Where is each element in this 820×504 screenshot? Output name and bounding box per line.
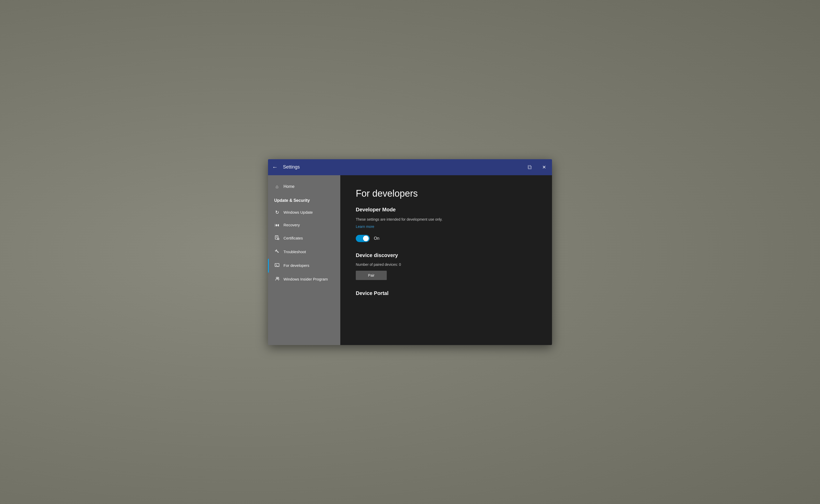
content-area: ⌂ Home Update & Security ↻ Windows Updat…: [268, 175, 552, 345]
recovery-icon: ⏮: [274, 222, 280, 228]
sidebar-label-troubleshoot: Troubleshoot: [283, 249, 306, 254]
home-icon: ⌂: [274, 184, 280, 189]
svg-point-13: [276, 277, 278, 279]
troubleshoot-icon: [274, 249, 280, 255]
developer-mode-section: Developer Mode These settings are intend…: [356, 207, 537, 242]
sidebar-item-home[interactable]: ⌂ Home: [268, 180, 340, 193]
device-discovery-section: Device discovery Number of paired device…: [356, 252, 537, 280]
back-button[interactable]: ←: [272, 164, 278, 170]
windows-update-icon: ↻: [274, 210, 280, 215]
window-title: Settings: [283, 164, 526, 170]
sidebar-item-windows-update[interactable]: ↻ Windows Update: [268, 206, 340, 219]
sidebar-section-title: Update & Security: [268, 193, 340, 206]
sidebar-item-for-developers[interactable]: For developers: [268, 259, 340, 273]
sidebar-label-certificates: Certificates: [283, 236, 303, 241]
sidebar-home-label: Home: [283, 184, 294, 189]
sidebar-label-for-developers: For developers: [283, 263, 309, 268]
certificates-icon: [274, 235, 280, 242]
device-discovery-title: Device discovery: [356, 252, 537, 258]
sidebar-label-windows-insider: Windows Insider Program: [283, 277, 328, 282]
window-controls: ✕: [526, 163, 548, 171]
learn-more-link[interactable]: Learn more: [356, 225, 374, 229]
paired-devices-info: Number of paired devices: 0: [356, 262, 537, 267]
device-portal-title: Device Portal: [356, 290, 537, 296]
svg-rect-9: [275, 263, 279, 267]
page-title: For developers: [356, 188, 537, 199]
svg-point-14: [278, 277, 279, 278]
restore-icon: [528, 165, 533, 170]
sidebar-label-recovery: Recovery: [283, 222, 300, 228]
titlebar: ← Settings ✕: [268, 159, 552, 175]
restore-button[interactable]: [526, 163, 534, 171]
sidebar-item-certificates[interactable]: Certificates: [268, 231, 340, 245]
toggle-state-label: On: [374, 236, 379, 241]
sidebar-item-windows-insider[interactable]: Windows Insider Program: [268, 273, 340, 286]
svg-rect-0: [529, 166, 531, 169]
developer-mode-toggle[interactable]: [356, 235, 370, 242]
developer-mode-toggle-row: On: [356, 235, 537, 242]
toggle-knob: [363, 236, 369, 241]
sidebar-item-recovery[interactable]: ⏮ Recovery: [268, 219, 340, 231]
sidebar: ⌂ Home Update & Security ↻ Windows Updat…: [268, 175, 340, 345]
pair-button[interactable]: Pair: [356, 271, 387, 280]
close-button[interactable]: ✕: [540, 163, 548, 171]
settings-window: ← Settings ✕ ⌂ Home Update & Security ↻ …: [268, 159, 552, 345]
svg-point-5: [277, 238, 279, 239]
svg-line-11: [276, 265, 277, 266]
svg-point-8: [275, 250, 276, 251]
device-portal-section: Device Portal: [356, 290, 537, 296]
developer-mode-title: Developer Mode: [356, 207, 537, 213]
main-panel: For developers Developer Mode These sett…: [340, 175, 552, 345]
for-developers-icon: [274, 262, 280, 269]
sidebar-label-windows-update: Windows Update: [283, 210, 313, 215]
sidebar-item-troubleshoot[interactable]: Troubleshoot: [268, 245, 340, 259]
developer-mode-description: These settings are intended for developm…: [356, 217, 537, 222]
windows-insider-icon: [274, 276, 280, 283]
